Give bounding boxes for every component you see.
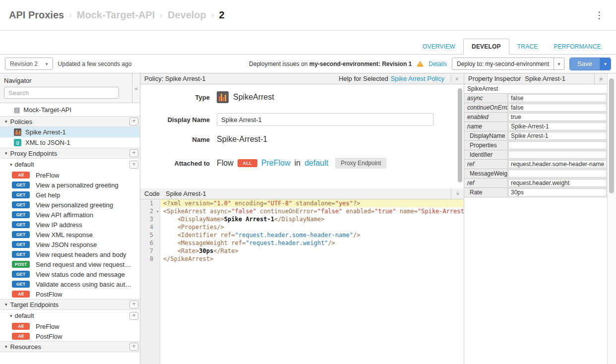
property-value-input[interactable] <box>508 170 607 178</box>
breadcrumb-item-mock-target-api[interactable]: Mock-Target-API <box>77 9 155 21</box>
flow-item-view-request-headers-and-body[interactable]: GETView request headers and body <box>0 249 140 259</box>
sidebar-item-label: XML to JSON-1 <box>25 139 70 146</box>
code-line[interactable]: </SpikeArrest> <box>160 255 464 263</box>
chevron-down-icon[interactable]: ▾ <box>5 302 7 307</box>
tab-overview[interactable]: OVERVIEW <box>415 39 463 54</box>
deploy-dropdown[interactable]: Deploy to: my-second-environment ▾ <box>452 58 564 70</box>
breadcrumb-item-api-proxies[interactable]: API Proxies <box>9 9 64 21</box>
search-input[interactable] <box>4 87 119 99</box>
section-resources[interactable]: ▾Resources+ <box>0 341 140 352</box>
property-value-input[interactable]: true <box>508 113 607 121</box>
flow-item-view-json-response[interactable]: GETView JSON response <box>0 240 140 249</box>
chevron-down-icon[interactable]: ▾ <box>10 313 12 318</box>
toolbar: Revision 2 ▾ Updated a few seconds ago D… <box>0 55 616 73</box>
flow-item-postflow[interactable]: AllPostFlow <box>0 289 140 299</box>
section-proxy-endpoints[interactable]: ▾Proxy Endpoints+ <box>0 148 140 159</box>
code-line[interactable]: <?xml version="1.0" encoding="UTF-8" sta… <box>160 199 464 207</box>
flow-item-send-request-and-view-request[interactable]: POSTSend request and view request… <box>0 259 140 269</box>
add-button[interactable]: + <box>129 312 138 320</box>
collapse-icon: « <box>134 85 137 91</box>
property-label: Identifier <box>464 150 508 159</box>
flow-item-validate-access-using-basic-aut[interactable]: GETValidate access using basic aut… <box>0 279 140 289</box>
property-value-input[interactable]: Spike Arrest-1 <box>508 132 607 140</box>
chevron-down-icon[interactable]: ▾ <box>10 162 12 167</box>
navigator-panel: Navigator « ▤Mock-Target-API▾Policies+Sp… <box>0 73 140 364</box>
property-value-input[interactable]: false <box>508 94 607 102</box>
default-endpoint-link[interactable]: default <box>305 159 328 168</box>
expand-inspector-button[interactable]: » <box>594 73 607 84</box>
vertical-scrollbar[interactable] <box>607 73 616 364</box>
add-button[interactable]: + <box>129 149 138 157</box>
code-gutter: 12▾345678 <box>140 199 160 364</box>
scrollbar-thumb[interactable] <box>609 78 614 193</box>
add-button[interactable]: + <box>129 161 138 169</box>
tab-performance[interactable]: PERFORMANCE <box>546 39 609 54</box>
collapse-code-panel-button[interactable]: « <box>451 188 464 199</box>
property-value-input[interactable]: request.header.weight <box>508 179 607 187</box>
section-policies[interactable]: ▾Policies+ <box>0 116 140 127</box>
more-menu-icon[interactable]: ⋮ <box>592 9 607 21</box>
display-name-input[interactable] <box>217 113 433 126</box>
navigator-header: Navigator « <box>0 73 140 103</box>
section-label: Resources <box>10 343 41 351</box>
chevron-down-icon[interactable]: ▾ <box>5 344 7 349</box>
sidebar-item-spike-arrest-1[interactable]: Spike Arrest-1 <box>0 127 140 137</box>
chevron-down-icon[interactable]: ▾ <box>554 58 564 69</box>
flow-item-view-a-personalized-greeting[interactable]: GETView a personalized greeting <box>0 180 140 190</box>
tab-trace[interactable]: TRACE <box>509 39 546 54</box>
collapse-sidebar-button[interactable]: « <box>132 73 140 103</box>
flow-item-view-xml-response[interactable]: GETView XML response <box>0 230 140 240</box>
help-link[interactable]: Spike Arrest Policy <box>391 75 444 82</box>
chevron-double-down-icon: « <box>455 192 461 195</box>
flow-item-view-status-code-and-message[interactable]: GETView status code and message <box>0 269 140 279</box>
section-target-endpoints[interactable]: ▾Target Endpoints+ <box>0 299 140 310</box>
property-value-input[interactable]: Spike-Arrest-1 <box>508 122 607 130</box>
code-line[interactable]: <Identifier ref="request.header.some-hea… <box>160 231 464 239</box>
add-button[interactable]: + <box>129 343 138 351</box>
code-lines[interactable]: <?xml version="1.0" encoding="UTF-8" sta… <box>160 199 464 364</box>
add-button[interactable]: + <box>129 301 138 308</box>
property-label: Properties <box>464 141 508 150</box>
property-value-input[interactable]: 30ps <box>508 188 607 196</box>
breadcrumb-item-develop[interactable]: Develop <box>168 9 206 21</box>
inspector-row-enabled: enabledtrue <box>464 113 607 122</box>
save-dropdown-button[interactable]: ▾ <box>600 58 611 70</box>
inspector-row-properties: Properties <box>464 141 607 150</box>
chevron-down-icon[interactable]: ▾ <box>5 151 7 156</box>
fold-arrow-icon[interactable]: ▾ <box>156 208 159 216</box>
flow-item-preflow[interactable]: AllPreFlow <box>0 321 140 331</box>
flow-item-postflow[interactable]: AllPostFlow <box>0 331 140 341</box>
add-button[interactable]: + <box>129 118 138 125</box>
group-default[interactable]: ▾default+ <box>0 159 140 170</box>
flow-item-view-ip-address[interactable]: GETView IP address <box>0 220 140 230</box>
revision-select[interactable]: Revision 2 ▾ <box>5 58 53 70</box>
save-button[interactable]: Save <box>570 58 600 70</box>
tab-develop[interactable]: DEVELOP <box>463 39 509 55</box>
code-editor[interactable]: 12▾345678 <?xml version="1.0" encoding="… <box>140 199 464 364</box>
property-value-input[interactable]: request.header.some-header-name <box>508 160 607 168</box>
property-value-input[interactable] <box>508 141 607 149</box>
chevron-down-icon[interactable]: ▾ <box>5 119 7 124</box>
sidebar-item-xml-to-json-1[interactable]: {}XML to JSON-1 <box>0 137 140 148</box>
flow-item-get-help[interactable]: GETGet help <box>0 190 140 200</box>
code-line[interactable]: <Properties/> <box>160 223 464 231</box>
property-value-input[interactable]: false <box>508 104 607 112</box>
sidebar-item-mock-target-api[interactable]: ▤Mock-Target-API <box>0 103 140 116</box>
chevron-down-icon: ▾ <box>46 61 48 66</box>
flow-item-view-personalized-greeting[interactable]: GETView personalized greeting <box>0 200 140 210</box>
code-line[interactable]: <SpikeArrest async="false" continueOnErr… <box>160 207 464 215</box>
preflow-link[interactable]: PreFlow <box>261 159 291 168</box>
flow-item-label: PostFlow <box>36 291 62 298</box>
flow-item-view-api-affirmation[interactable]: GETView API affirmation <box>0 210 140 220</box>
navigator-title: Navigator <box>4 77 136 84</box>
group-default[interactable]: ▾default+ <box>0 310 140 321</box>
code-line[interactable]: <Rate>30ps</Rate> <box>160 247 464 255</box>
code-line[interactable]: <MessageWeight ref="request.header.weigh… <box>160 239 464 247</box>
policy-scrollbar-thumb[interactable] <box>458 88 462 182</box>
code-line[interactable]: <DisplayName>Spike Arrest-1</DisplayName… <box>160 215 464 223</box>
inspector-table: SpikeArrestasyncfalsecontinueOnErrorfals… <box>464 84 607 197</box>
property-value-input[interactable] <box>508 151 607 159</box>
flow-item-preflow[interactable]: AllPreFlow <box>0 170 140 180</box>
details-link[interactable]: Details <box>429 61 447 67</box>
collapse-policy-panel-button[interactable]: « <box>451 75 464 82</box>
